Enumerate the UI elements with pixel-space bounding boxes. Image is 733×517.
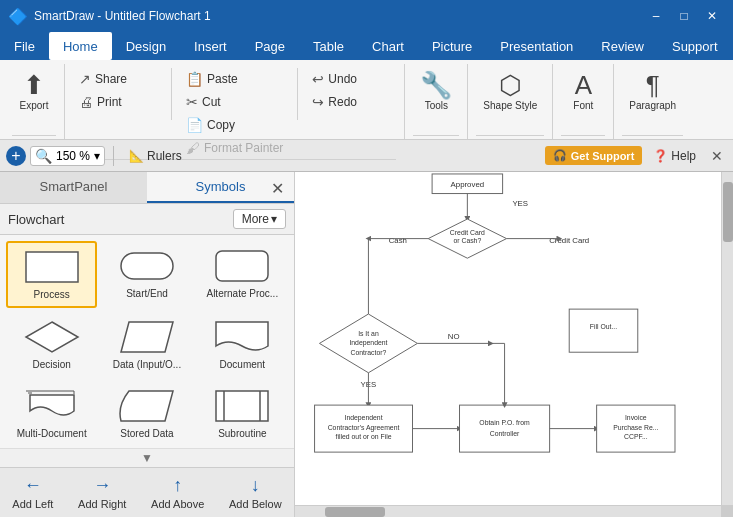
undo-button[interactable]: ↩ Undo bbox=[306, 68, 396, 90]
menu-item-page[interactable]: Page bbox=[241, 32, 299, 60]
svg-text:Invoice: Invoice bbox=[625, 414, 647, 421]
title-bar: 🔷 SmartDraw - Untitled Flowchart 1 – □ ✕ bbox=[0, 0, 733, 32]
close-button[interactable]: ✕ bbox=[699, 5, 725, 27]
help-label: Help bbox=[671, 149, 696, 163]
zoom-control[interactable]: 🔍 150 % ▾ bbox=[30, 146, 105, 166]
add-above-button[interactable]: ↑ Add Above bbox=[142, 470, 213, 515]
menu-item-file[interactable]: File bbox=[0, 32, 49, 60]
menu-item-review[interactable]: Review bbox=[587, 32, 658, 60]
canvas-scrollbar-vertical[interactable] bbox=[721, 172, 733, 505]
flowchart-container: Approved YES Credit Card or Cash? Cash bbox=[295, 172, 721, 505]
shape-item-process[interactable]: Process bbox=[6, 241, 97, 308]
redo-icon: ↪ bbox=[312, 94, 324, 110]
menu-item-support[interactable]: Support bbox=[658, 32, 732, 60]
share-label: Share bbox=[95, 72, 127, 86]
shape-style-label: Shape Style bbox=[483, 100, 537, 112]
svg-text:NO: NO bbox=[448, 332, 460, 341]
shape-icon-startend bbox=[117, 248, 177, 284]
copy-button[interactable]: 📄 Copy bbox=[180, 114, 270, 136]
canvas-corner bbox=[721, 505, 733, 517]
ribbon-group-content-font: A Font bbox=[561, 64, 605, 135]
shape-item-data[interactable]: Data (Input/O... bbox=[101, 312, 192, 377]
shape-item-document[interactable]: Document bbox=[197, 312, 288, 377]
ribbon-group-content-clipboard: ↗ Share 🖨 Print 📋 Paste ✂ Cut bbox=[73, 64, 396, 159]
flowchart-svg: Approved YES Credit Card or Cash? Cash bbox=[295, 172, 721, 505]
redo-label: Redo bbox=[328, 95, 357, 109]
svg-text:Purchase Re...: Purchase Re... bbox=[613, 424, 658, 431]
shape-item-subroutine[interactable]: Subroutine bbox=[197, 381, 288, 446]
share-button[interactable]: ↗ Share bbox=[73, 68, 163, 90]
redo-button[interactable]: ↪ Redo bbox=[306, 91, 396, 113]
shape-item-decision[interactable]: Decision bbox=[6, 312, 97, 377]
add-right-label: Add Right bbox=[78, 498, 126, 510]
menu-item-presentation[interactable]: Presentation bbox=[486, 32, 587, 60]
paste-button[interactable]: 📋 Paste bbox=[180, 68, 270, 90]
export-label: Export bbox=[20, 100, 49, 112]
add-below-icon: ↓ bbox=[251, 475, 260, 496]
tools-button[interactable]: 🔧 Tools bbox=[413, 68, 459, 116]
shapes-grid: Process Start/End Alternate Proc... bbox=[0, 235, 294, 448]
print-button[interactable]: 🖨 Print bbox=[73, 91, 163, 113]
ribbon-group-content-tools: 🔧 Tools bbox=[413, 64, 459, 135]
svg-rect-35 bbox=[460, 405, 550, 452]
close-toolbar-button[interactable]: ✕ bbox=[707, 146, 727, 166]
shape-item-multidoc[interactable]: Multi-Document bbox=[6, 381, 97, 446]
shape-icon-subroutine bbox=[212, 388, 272, 424]
menu-item-picture[interactable]: Picture bbox=[418, 32, 486, 60]
font-icon: A bbox=[575, 72, 592, 98]
add-below-label: Add Below bbox=[229, 498, 282, 510]
rulers-button[interactable]: 📐 Rulers bbox=[122, 146, 189, 166]
more-button[interactable]: More ▾ bbox=[233, 209, 286, 229]
add-left-button[interactable]: ← Add Left bbox=[3, 470, 62, 515]
print-icon: 🖨 bbox=[79, 94, 93, 110]
export-button[interactable]: ⬆ Export bbox=[12, 68, 56, 116]
add-right-icon: → bbox=[93, 475, 111, 496]
scroll-down-indicator[interactable]: ▼ bbox=[0, 448, 294, 467]
menu-item-table[interactable]: Table bbox=[299, 32, 358, 60]
ribbon-group-content-shape-style: ⬡ Shape Style bbox=[476, 64, 544, 135]
ribbon-group-clipboard: ↗ Share 🖨 Print 📋 Paste ✂ Cut bbox=[65, 64, 405, 139]
shape-item-altproc[interactable]: Alternate Proc... bbox=[197, 241, 288, 308]
process-svg bbox=[24, 250, 80, 284]
canvas-area[interactable]: Approved YES Credit Card or Cash? Cash bbox=[295, 172, 733, 517]
menu-item-design[interactable]: Design bbox=[112, 32, 180, 60]
shape-item-stored[interactable]: Stored Data bbox=[101, 381, 192, 446]
add-below-button[interactable]: ↓ Add Below bbox=[220, 470, 291, 515]
canvas-scrollbar-horizontal[interactable] bbox=[295, 505, 721, 517]
cut-button[interactable]: ✂ Cut bbox=[180, 91, 270, 113]
maximize-button[interactable]: □ bbox=[671, 5, 697, 27]
panel-category: Flowchart bbox=[8, 212, 64, 227]
ribbon: ⬆ Export ↗ Share 🖨 Print 📋 bbox=[0, 60, 733, 140]
svg-text:Fill Out...: Fill Out... bbox=[590, 323, 617, 330]
undo-redo-group: ↩ Undo ↪ Redo bbox=[306, 68, 396, 113]
menu-item-insert[interactable]: Insert bbox=[180, 32, 241, 60]
zoom-icon: 🔍 bbox=[35, 148, 52, 164]
font-button[interactable]: A Font bbox=[561, 68, 605, 116]
get-support-button[interactable]: 🎧 Get Support bbox=[545, 146, 643, 165]
shape-item-startend[interactable]: Start/End bbox=[101, 241, 192, 308]
shape-style-button[interactable]: ⬡ Shape Style bbox=[476, 68, 544, 116]
paragraph-button[interactable]: ¶ Paragraph bbox=[622, 68, 683, 116]
svg-text:Obtain P.O. from: Obtain P.O. from bbox=[479, 419, 530, 426]
title-bar-left: 🔷 SmartDraw - Untitled Flowchart 1 bbox=[8, 7, 211, 26]
svg-text:filled out or on File: filled out or on File bbox=[336, 433, 392, 440]
add-zoom-button[interactable]: + bbox=[6, 146, 26, 166]
svg-marker-20 bbox=[319, 314, 417, 373]
ribbon-group-label-font bbox=[561, 135, 605, 139]
canvas-scrollbar-horizontal-thumb[interactable] bbox=[325, 507, 385, 517]
tab-smart-panel[interactable]: SmartPanel bbox=[0, 172, 147, 203]
title-bar-controls[interactable]: – □ ✕ bbox=[643, 5, 725, 27]
minimize-button[interactable]: – bbox=[643, 5, 669, 27]
ribbon-group-content-paragraph: ¶ Paragraph bbox=[622, 64, 683, 135]
shape-label-altproc: Alternate Proc... bbox=[206, 288, 278, 299]
zoom-dropdown-icon: ▾ bbox=[94, 149, 100, 163]
canvas-scrollbar-vertical-thumb[interactable] bbox=[723, 182, 733, 242]
format-painter-button[interactable]: 🖌 Format Painter bbox=[180, 137, 289, 159]
shape-icon-process bbox=[22, 249, 82, 285]
panel-close-button[interactable]: ✕ bbox=[267, 177, 288, 200]
help-button[interactable]: ❓ Help bbox=[646, 146, 703, 166]
menu-item-chart[interactable]: Chart bbox=[358, 32, 418, 60]
svg-rect-1 bbox=[121, 253, 173, 279]
menu-item-home[interactable]: Home bbox=[49, 32, 112, 60]
add-right-button[interactable]: → Add Right bbox=[69, 470, 135, 515]
